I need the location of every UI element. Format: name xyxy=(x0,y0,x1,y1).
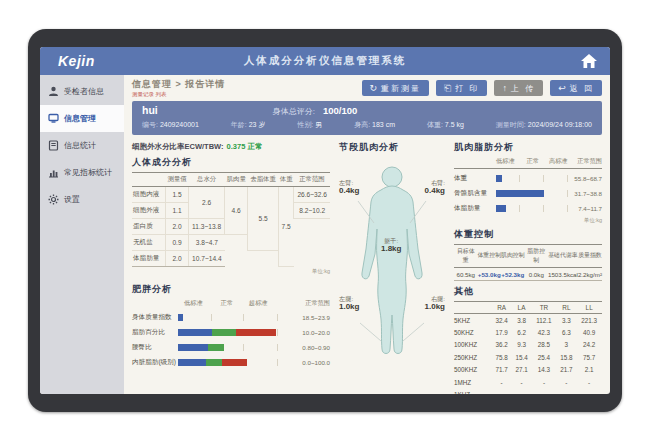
table-row: 无机盐 0.9 3.8~4.7 xyxy=(132,234,330,250)
chart-row: 腰臀比 0.80~0.90 xyxy=(132,340,330,355)
refresh-icon: ↻ xyxy=(370,83,378,93)
score-label: 身体总评分: xyxy=(273,106,315,117)
composition-title: 人体成分分析 xyxy=(132,156,330,169)
app-title: 人体成分分析仪信息管理系统 xyxy=(40,54,610,68)
left-leg-value: 左腿: 1.0kg xyxy=(339,295,359,311)
patient-id: 编号: 2409240001 xyxy=(142,120,199,130)
patient-gender: 性别: 男 xyxy=(297,120,322,130)
button-label: 重新测量 xyxy=(381,83,421,94)
table-row: 60.5kg +53.0kg +52.3kg 0.0kg 1503.5kcal … xyxy=(454,267,602,280)
home-button[interactable] xyxy=(580,53,598,69)
weight-control-title: 体重控制 xyxy=(454,228,602,241)
button-label: 打 印 xyxy=(455,83,479,94)
upload-icon: ↑ xyxy=(502,83,507,93)
table-row: 细胞内液 1.5 2.6 4.6 5.5 7.5 26.6~32.6 xyxy=(132,186,330,202)
sidebar-item-info-statistics[interactable]: 信息统计 xyxy=(40,132,124,159)
top-bar: Kejin 人体成分分析仪信息管理系统 xyxy=(40,47,610,75)
tablet-frame: Kejin 人体成分分析仪信息管理系统 受检者信息 信息管理 信息统计 常见指标… xyxy=(28,29,622,412)
segmental-title: 节段肌肉分析 xyxy=(339,141,445,154)
patient-height: 身高: 183 cm xyxy=(354,120,395,130)
chart-row: 内脏脂肪(级别) 0.0~100.0 xyxy=(132,355,330,370)
obesity-chart: 低标准 正常 超标准 正常范围 身体质量指数 18.5~23.9 脂肪百分比 1… xyxy=(132,299,330,370)
weight-control-table: 目标体重体重控制 肌肉控制脂肪控制 基础代谢率质量指数 60.5kg +53.0… xyxy=(454,244,602,281)
obesity-title: 肥胖分析 xyxy=(132,283,330,296)
table-row: 体脂肪量 2.0 10.7~14.4 xyxy=(132,250,330,266)
impedance-table: RALA TRRL LL 5KHZ 32.43.8 112.13.3 221.3… xyxy=(454,301,602,394)
right-arm-value: 右臂: 0.4kg xyxy=(425,179,445,195)
back-arrow-icon: ↩ xyxy=(558,83,566,93)
table-row: 100KHZ 36.29.3 28.53 24.2 xyxy=(454,339,602,351)
table-row: 1MHZ -- -- - xyxy=(454,376,602,388)
sidebar-item-common-indicators[interactable]: 常见指标统计 xyxy=(40,159,124,186)
muscle-fat-title: 肌肉脂肪分析 xyxy=(454,141,602,154)
remeasure-button[interactable]: ↻ 重新测量 xyxy=(362,80,430,96)
sidebar-item-label: 信息统计 xyxy=(64,140,96,151)
upload-button[interactable]: ↑ 上 传 xyxy=(494,80,543,96)
impedance-title: 其他 xyxy=(454,285,602,298)
trunk-value: 躯干: 1.8kg xyxy=(381,237,401,253)
breadcrumb: 信息管理 > 报告详情 xyxy=(132,80,225,90)
table-row: 1KHZ -- -- - xyxy=(454,388,602,394)
patient-weight: 体重: 7.5 kg xyxy=(427,120,464,130)
left-arm-value: 左臂: 0.4kg xyxy=(339,179,359,195)
patient-name: hui xyxy=(142,104,158,116)
app-screen: Kejin 人体成分分析仪信息管理系统 受检者信息 信息管理 信息统计 常见指标… xyxy=(40,47,610,394)
toolbar-buttons: ↻ 重新测量 ⎗ 打 印 ↑ 上 传 ↩ 返 回 xyxy=(362,80,603,96)
sidebar-item-info-management[interactable]: 信息管理 xyxy=(40,105,124,132)
chart-row: 骨骼肌含量 31.7~38.8 xyxy=(454,186,602,201)
measure-time: 测量时间: 2024/09/24 09:18:00 xyxy=(496,120,592,130)
chart-row: 身体质量指数 18.5~23.9 xyxy=(132,310,330,325)
unit-label: 单位:kg xyxy=(454,217,602,224)
gear-icon xyxy=(48,194,59,205)
table-row: 5KHZ 32.43.8 112.13.3 221.3 xyxy=(454,313,602,326)
button-label: 返 回 xyxy=(570,83,594,94)
table-row: 250KHZ 75.815.4 25.415.8 75.7 xyxy=(454,351,602,363)
unit-label: 单位:kg xyxy=(132,268,330,275)
monitor-icon xyxy=(48,113,59,124)
user-icon xyxy=(48,86,59,97)
patient-banner: hui 身体总评分: 100/100 编号: 2409240001 年龄: 23… xyxy=(132,101,602,135)
chart-row: 体重 55.8~68.7 xyxy=(454,171,602,186)
sidebar-item-subject-info[interactable]: 受检者信息 xyxy=(40,78,124,105)
chart-row: 脂肪百分比 10.0~20.0 xyxy=(132,325,330,340)
printer-icon: ⎗ xyxy=(444,83,451,94)
sidebar-item-settings[interactable]: 设置 xyxy=(40,186,124,213)
home-icon xyxy=(580,53,598,69)
print-button[interactable]: ⎗ 打 印 xyxy=(436,80,487,96)
right-leg-value: 右腿: 1.0kg xyxy=(425,295,445,311)
bar-chart-icon xyxy=(48,167,59,178)
chart-row: 体脂肪量 7.4~11.7 xyxy=(454,201,602,216)
table-row: 500KHZ 71.727.1 14.321.7 2.1 xyxy=(454,363,602,375)
patient-age: 年龄: 23 岁 xyxy=(231,120,266,130)
sidebar-item-label: 受检者信息 xyxy=(64,86,104,97)
button-label: 上 传 xyxy=(511,83,535,94)
breadcrumb-sub-links[interactable]: 测量记录 列表 xyxy=(132,91,225,97)
sidebar-item-label: 设置 xyxy=(64,194,80,205)
back-button[interactable]: ↩ 返 回 xyxy=(550,80,602,96)
ecw-ratio: 细胞外水分比率ECW/TBW:0.375 正常 xyxy=(132,142,330,152)
table-row: 50KHZ 17.96.2 42.36.3 40.9 xyxy=(454,326,602,338)
book-icon xyxy=(48,140,59,151)
sidebar: 受检者信息 信息管理 信息统计 常见指标统计 设置 xyxy=(40,75,124,394)
sidebar-item-label: 信息管理 xyxy=(64,113,96,124)
muscle-fat-chart: 低标准 正常 高标准 正常范围 体重 55.8~68.7 骨骼肌含量 31.7~… xyxy=(454,157,602,224)
body-figure: 左臂: 0.4kg 右臂: 0.4kg 躯干: 1.8kg 左腿: 1.0kg xyxy=(339,157,445,369)
score-value: 100/100 xyxy=(323,105,357,116)
content-area: 信息管理 > 报告详情 测量记录 列表 ↻ 重新测量 ⎗ 打 印 ↑ 上 传 xyxy=(124,75,610,394)
sidebar-item-label: 常见指标统计 xyxy=(64,167,112,178)
composition-table: 测量值总水分 肌肉量去脂体重 体重正常范围 细胞内液 1.5 2.6 4.6 5… xyxy=(132,172,330,267)
